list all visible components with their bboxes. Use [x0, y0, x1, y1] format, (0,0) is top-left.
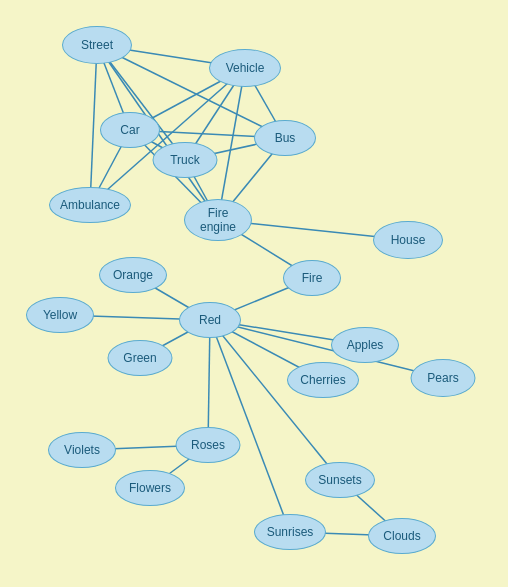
node-orange[interactable]: Orange	[99, 257, 167, 293]
node-fire[interactable]: Fire	[283, 260, 341, 296]
node-street[interactable]: Street	[62, 26, 132, 64]
node-green[interactable]: Green	[108, 340, 173, 376]
node-fire_engine[interactable]: Fireengine	[184, 199, 252, 241]
node-pears[interactable]: Pears	[411, 359, 476, 397]
node-bus[interactable]: Bus	[254, 120, 316, 156]
node-cherries[interactable]: Cherries	[287, 362, 359, 398]
edges-svg	[0, 0, 508, 587]
node-clouds[interactable]: Clouds	[368, 518, 436, 554]
node-vehicle[interactable]: Vehicle	[209, 49, 281, 87]
svg-line-29	[210, 320, 290, 532]
node-apples[interactable]: Apples	[331, 327, 399, 363]
node-yellow[interactable]: Yellow	[26, 297, 94, 333]
node-flowers[interactable]: Flowers	[115, 470, 185, 506]
graph-container: StreetVehicleCarBusTruckAmbulanceFireeng…	[0, 0, 508, 587]
node-violets[interactable]: Violets	[48, 432, 116, 468]
node-sunsets[interactable]: Sunsets	[305, 462, 375, 498]
node-roses[interactable]: Roses	[176, 427, 241, 463]
node-red[interactable]: Red	[179, 302, 241, 338]
node-truck[interactable]: Truck	[153, 142, 218, 178]
svg-line-10	[218, 68, 245, 220]
svg-line-4	[90, 45, 97, 205]
node-ambulance[interactable]: Ambulance	[49, 187, 131, 223]
node-sunrises[interactable]: Sunrises	[254, 514, 326, 550]
node-house[interactable]: House	[373, 221, 443, 259]
node-car[interactable]: Car	[100, 112, 160, 148]
